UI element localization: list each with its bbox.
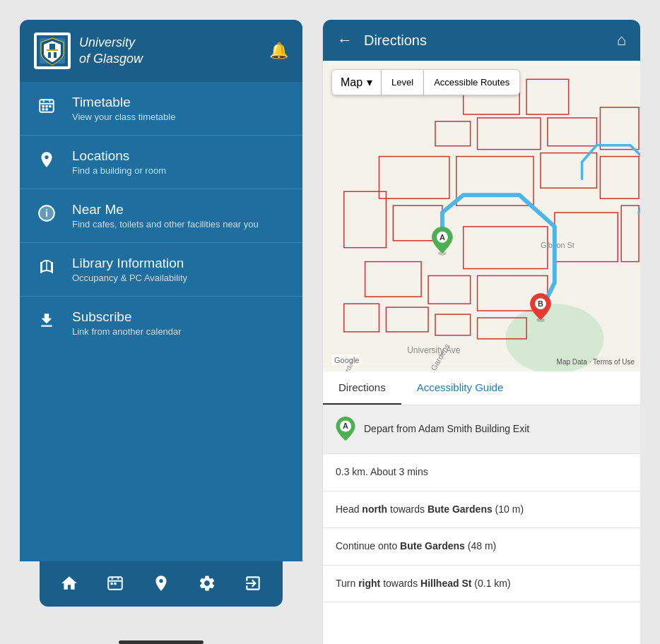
direction-item-2: Head north towards Bute Gardens (10 m): [323, 491, 640, 529]
timetable-title: Timetable: [72, 95, 175, 110]
locations-icon: [34, 150, 59, 174]
nearme-title: Near Me: [72, 202, 259, 217]
library-text: Library Information Occupancy & PC Avail…: [72, 256, 187, 283]
nav-home[interactable]: [53, 571, 86, 600]
depart-text: Depart from Adam Smith Building Exit: [364, 422, 627, 436]
timetable-icon: [34, 97, 59, 120]
svg-text:B: B: [538, 299, 543, 308]
svg-rect-2: [49, 44, 55, 49]
map-type-label: Map: [341, 76, 363, 89]
nav-exit[interactable]: [237, 571, 269, 600]
direction-item-0: A Depart from Adam Smith Building Exit: [323, 405, 640, 454]
map-type-dropdown[interactable]: Map ▾: [331, 69, 382, 95]
menu-item-timetable[interactable]: Timetable View your class timetable: [20, 82, 302, 136]
library-icon: [34, 258, 59, 281]
subscribe-icon: [34, 311, 59, 335]
directions-header: ← Directions ⌂: [323, 20, 640, 61]
step-text: Continue onto Bute Gardens (48 m): [336, 539, 627, 554]
library-subtitle: Occupancy & PC Availability: [72, 273, 187, 283]
bottom-nav: [40, 561, 283, 607]
logo-area: University of Glasgow: [34, 32, 143, 69]
map-credits: Map Data · Terms of Use: [557, 358, 635, 366]
directions-title: Directions: [364, 32, 427, 49]
svg-text:A: A: [440, 233, 445, 242]
nav-calendar[interactable]: [99, 571, 131, 600]
directions-list: A Depart from Adam Smith Building Exit 0…: [323, 405, 640, 644]
back-button[interactable]: ←: [337, 31, 353, 49]
menu-item-subscribe[interactable]: Subscribe Link from another calendar: [20, 297, 302, 350]
left-panel: University of Glasgow 🔔 Timetable View y…: [0, 0, 322, 644]
svg-text:i: i: [45, 208, 48, 219]
subscribe-text: Subscribe Link from another calendar: [72, 309, 182, 337]
svg-rect-25: [114, 583, 117, 585]
svg-text:A: A: [343, 422, 348, 430]
nearme-subtitle: Find cafes, toilets and other facilities…: [72, 219, 259, 229]
svg-text:Gibson St: Gibson St: [541, 241, 574, 249]
timetable-subtitle: View your class timetable: [72, 112, 175, 122]
direction-item-1: 0.3 km. About 3 mins: [323, 454, 640, 491]
direction-item-3: Continue onto Bute Gardens (48 m): [323, 528, 640, 566]
svg-rect-24: [111, 583, 113, 585]
accessible-routes-button[interactable]: Accessible Routes: [424, 69, 520, 95]
map-controls: Map ▾ Level Accessible Routes: [331, 69, 632, 95]
svg-rect-11: [45, 105, 47, 107]
nav-location[interactable]: [145, 571, 177, 600]
menu-item-library[interactable]: Library Information Occupancy & PC Avail…: [20, 243, 302, 297]
svg-rect-14: [45, 108, 47, 110]
right-panel: ← Directions ⌂ Map ▾ Level Accessible Ro…: [322, 20, 640, 644]
google-badge: Google: [331, 354, 362, 366]
home-indicator: [119, 640, 204, 644]
university-logo: [34, 32, 71, 69]
dropdown-arrow-icon: ▾: [367, 76, 372, 89]
nearme-text: Near Me Find cafes, toilets and other fa…: [72, 202, 259, 229]
svg-rect-3: [47, 49, 58, 51]
nearme-icon: i: [34, 204, 59, 227]
distance-info: 0.3 km. About 3 mins: [336, 465, 627, 479]
timetable-text: Timetable View your class timetable: [72, 95, 175, 122]
tab-directions[interactable]: Directions: [323, 371, 401, 405]
menu-list: Timetable View your class timetable Loca…: [20, 82, 302, 561]
university-name: University of Glasgow: [79, 35, 143, 68]
tabs-row: DirectionsAccessiblity Guide: [323, 371, 640, 405]
step-text: Turn right towards Hillhead St (0.1 km): [336, 577, 627, 591]
locations-title: Locations: [72, 148, 166, 164]
locations-subtitle: Find a building or room: [72, 165, 166, 176]
nav-settings[interactable]: [191, 571, 223, 600]
subscribe-subtitle: Link from another calendar: [72, 326, 182, 337]
marker-a-icon: A: [336, 417, 355, 442]
subscribe-title: Subscribe: [72, 309, 182, 325]
svg-rect-19: [41, 326, 52, 327]
home-button[interactable]: ⌂: [617, 31, 626, 49]
svg-rect-10: [42, 105, 45, 107]
svg-text:University Ave: University Ave: [407, 345, 461, 355]
menu-item-nearme[interactable]: i Near Me Find cafes, toilets and other …: [20, 189, 302, 243]
menu-item-locations[interactable]: Locations Find a building or room: [20, 136, 302, 189]
level-button[interactable]: Level: [382, 69, 424, 95]
direction-item-4: Turn right towards Hillhead St (0.1 km): [323, 566, 640, 603]
svg-rect-5: [51, 52, 54, 58]
map-background[interactable]: Bute Gardens Hillhead St Bute Gardens Hi…: [323, 61, 640, 371]
svg-rect-12: [49, 105, 51, 107]
app-header: University of Glasgow 🔔: [20, 20, 302, 82]
svg-rect-13: [42, 108, 45, 110]
library-title: Library Information: [72, 256, 187, 271]
locations-text: Locations Find a building or room: [72, 148, 166, 176]
tab-accessibility[interactable]: Accessiblity Guide: [401, 371, 519, 405]
map-area[interactable]: Map ▾ Level Accessible Routes: [323, 61, 640, 371]
step-text: Head north towards Bute Gardens (10 m): [336, 503, 627, 517]
notification-bell-icon[interactable]: 🔔: [269, 42, 288, 60]
